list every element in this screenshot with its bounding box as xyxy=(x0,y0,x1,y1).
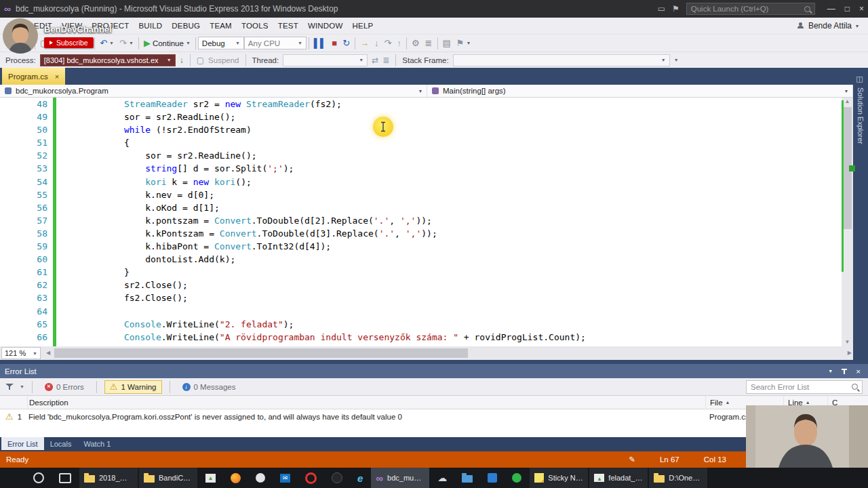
scroll-left-icon[interactable]: ◀ xyxy=(46,346,50,360)
stack-frame-dropdown[interactable]: ▼ xyxy=(453,54,670,66)
onedrive-app[interactable] xyxy=(431,468,454,488)
search-error-list-input[interactable]: Search Error List xyxy=(746,380,863,394)
code-line-58[interactable]: 58 k.kPontszam = Convert.ToDouble(d[3].R… xyxy=(0,227,853,240)
code-line-53[interactable]: 53 string[] d = sor.Split(';'); xyxy=(0,162,853,175)
minimize-button[interactable]: — xyxy=(827,4,835,14)
zoom-dropdown[interactable]: 121 % ▼ xyxy=(1,347,41,359)
show-next-statement-button[interactable]: → xyxy=(357,36,372,51)
warnings-filter-button[interactable]: ⚠ 1 Warning xyxy=(104,380,162,394)
tab-locals[interactable]: Locals xyxy=(44,437,78,450)
error-list-row[interactable]: ⚠ 1 Field 'bdc_mukorcsolya.Program.kori.… xyxy=(0,409,868,424)
code-line-49[interactable]: 49 sor = sr2.ReadLine(); xyxy=(0,110,853,123)
code-line-55[interactable]: 55 k.nev = d[0]; xyxy=(0,188,853,201)
suspend-icon[interactable]: ▢ xyxy=(197,56,204,65)
code-line-65[interactable]: 65 Console.WriteLine("2. feladat"); xyxy=(0,318,853,331)
search-button[interactable] xyxy=(26,468,51,488)
signed-in-user[interactable]: Bende Attila ▾ xyxy=(797,21,865,30)
continue-button[interactable]: ▶Continue▼ xyxy=(141,36,193,51)
app-dark[interactable] xyxy=(325,468,349,488)
photos-app[interactable] xyxy=(199,468,222,488)
solution-platform-dropdown[interactable]: Any CPU▼ xyxy=(244,37,307,49)
code-line-62[interactable]: 62 sr2.Close(); xyxy=(0,279,853,291)
app-blue[interactable] xyxy=(481,468,504,488)
tab-error-list[interactable]: Error List xyxy=(1,437,44,450)
subscribe-button[interactable]: Subscribe xyxy=(44,37,94,48)
restart-button[interactable]: ↻ xyxy=(340,36,353,51)
find-in-files-button[interactable]: ▤ xyxy=(440,36,454,51)
maximize-button[interactable]: □ xyxy=(845,4,850,14)
error-list-title-bar[interactable]: Error List ▼ × xyxy=(0,364,868,378)
onedrive-folder-window[interactable]: D:\OneDri… xyxy=(649,468,707,488)
messages-filter-button[interactable]: 0 Messages xyxy=(178,380,241,394)
horizontal-scrollbar[interactable]: ◀ ▶ xyxy=(45,346,853,360)
stop-debugging-button[interactable]: ■ xyxy=(329,36,340,51)
app-light[interactable] xyxy=(249,468,272,488)
code-line-57[interactable]: 57 k.pontszam = Convert.ToDouble(d[2].Re… xyxy=(0,214,853,227)
thread-list-icon[interactable]: ≣ xyxy=(382,56,389,65)
thread-flag-icon[interactable]: ⇄ xyxy=(372,56,378,65)
code-line-48[interactable]: 48 StreamReader sr2 = new StreamReader(f… xyxy=(0,98,853,110)
menu-help[interactable]: HELP xyxy=(348,22,378,30)
code-line-60[interactable]: 60 dontoList.Add(k); xyxy=(0,253,853,266)
toolbar-overflow-icon[interactable]: ▼ xyxy=(674,58,679,62)
code-line-61[interactable]: 61 } xyxy=(0,266,853,279)
code-line-50[interactable]: 50 while (!sr2.EndOfStream) xyxy=(0,123,853,136)
code-line-51[interactable]: 51 { xyxy=(0,136,853,149)
internet-explorer-app[interactable] xyxy=(351,468,370,488)
folder-2018-window[interactable]: 2018_maju… xyxy=(79,468,138,488)
bandicam-window[interactable]: BandiCam xyxy=(139,468,197,488)
feedback-icon[interactable]: ▭ xyxy=(658,4,665,14)
scroll-right-icon[interactable]: ▶ xyxy=(848,346,852,360)
code-line-56[interactable]: 56 k.oKod = d[1]; xyxy=(0,201,853,214)
sticky-notes-window[interactable]: Sticky Notes xyxy=(530,468,588,488)
task-view-button[interactable] xyxy=(52,468,78,488)
command-window-button[interactable]: ≣ xyxy=(422,36,435,51)
solution-explorer-tab[interactable]: ◫ Solution Explorer xyxy=(856,68,865,144)
chevron-down-icon[interactable]: ▼ xyxy=(20,384,24,389)
break-all-button[interactable]: ▌▌ xyxy=(311,36,329,51)
tab-program-cs[interactable]: Program.cs × xyxy=(2,68,65,85)
errors-filter-button[interactable]: 0 Errors xyxy=(40,380,89,394)
menu-build[interactable]: BUILD xyxy=(134,22,167,30)
app-green[interactable] xyxy=(505,468,528,488)
code-line-59[interactable]: 59 k.hibaPont = Convert.ToInt32(d[4]); xyxy=(0,240,853,253)
code-line-54[interactable]: 54 kori k = new kori(); xyxy=(0,176,853,188)
debug-configuration-dropdown[interactable]: Debug▼ xyxy=(198,37,244,49)
menu-team[interactable]: TEAM xyxy=(205,22,237,30)
member-dropdown[interactable]: Main(string[] args) ▾ xyxy=(427,85,853,97)
code-line-64[interactable]: 64 xyxy=(0,305,853,318)
documents-app[interactable] xyxy=(455,468,479,488)
start-button[interactable] xyxy=(3,468,25,488)
menu-debug[interactable]: DEBUG xyxy=(167,22,205,30)
close-button[interactable]: × xyxy=(859,4,864,14)
window-position-icon[interactable]: ▼ xyxy=(828,369,833,373)
close-icon[interactable]: × xyxy=(856,367,861,375)
filter-icon[interactable] xyxy=(5,383,14,390)
opera-app[interactable] xyxy=(298,468,323,488)
options-button[interactable]: ⚙ xyxy=(409,36,422,51)
tab-watch-1[interactable]: Watch 1 xyxy=(77,437,117,450)
step-over-button[interactable]: ↷ xyxy=(382,36,395,51)
scrollbar-thumb[interactable] xyxy=(54,348,468,358)
step-process-icon[interactable]: ↓ xyxy=(180,56,184,65)
mail-app[interactable] xyxy=(273,468,297,488)
description-column-header[interactable]: Description xyxy=(27,396,705,409)
close-icon[interactable]: × xyxy=(55,73,59,81)
scroll-down-icon[interactable]: ▼ xyxy=(842,338,853,346)
step-out-button[interactable]: ↑ xyxy=(394,36,404,51)
process-dropdown[interactable]: [8304] bdc_mukorcsolya.vshost.ex ▼ xyxy=(40,54,176,66)
firefox-app[interactable] xyxy=(224,468,248,488)
auto-hide-pin-icon[interactable] xyxy=(841,368,848,375)
step-into-button[interactable]: ↓ xyxy=(372,36,382,51)
code-line-52[interactable]: 52 sor = sr2.ReadLine(); xyxy=(0,149,853,162)
notifications-flag-icon[interactable]: ⚑ xyxy=(672,4,679,14)
code-editor[interactable]: 48 StreamReader sr2 = new StreamReader(f… xyxy=(0,98,853,346)
bookmark-button[interactable]: ⚑▼ xyxy=(454,36,474,51)
image-viewer-window[interactable]: feladat_szf… xyxy=(589,468,648,488)
quick-launch-input[interactable]: Quick Launch (Ctrl+Q) xyxy=(686,3,815,15)
code-line-63[interactable]: 63 fs2.Close(); xyxy=(0,291,853,304)
menu-test[interactable]: TEST xyxy=(273,22,303,30)
menu-tools[interactable]: TOOLS xyxy=(237,22,273,30)
type-dropdown[interactable]: bdc_mukorcsolya.Program ▾ xyxy=(0,85,427,97)
thread-dropdown[interactable]: ▼ xyxy=(283,54,368,66)
